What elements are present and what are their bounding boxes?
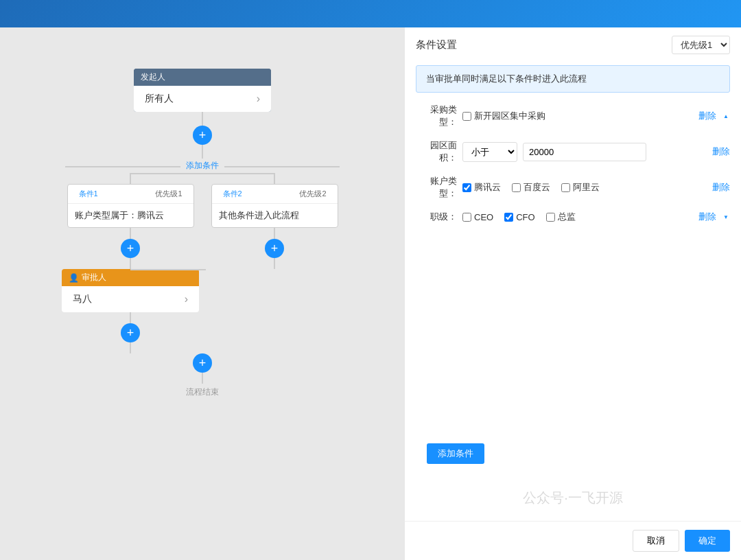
- cfo-label[interactable]: CFO: [504, 212, 534, 222]
- reviewer-name: 马八: [73, 293, 92, 305]
- rank-controls: CEO CFO 总监: [462, 211, 693, 223]
- right-header: 条件设置 优先级1 优先级2 优先级3: [405, 27, 741, 60]
- initiator-header: 发起人: [134, 69, 271, 86]
- condition-row-area: 园区面积： 小于 大于 等于 删除: [416, 139, 730, 164]
- ali-cloud-checkbox[interactable]: [561, 183, 570, 192]
- left-branch: 条件1 优先级1 账户类型属于：腾讯云 +: [58, 173, 202, 269]
- cond1-content: 账户类型属于：腾讯云: [68, 203, 193, 227]
- workflow-canvas: 发起人 所有人 › + 添加条件: [0, 27, 405, 560]
- condition-node-2[interactable]: 条件2 优先级2 其他条件进入此流程: [211, 184, 338, 228]
- add-btn-1[interactable]: +: [193, 126, 212, 145]
- v-conn-end: [130, 342, 131, 353]
- add-btn-cond1[interactable]: +: [121, 239, 140, 258]
- rank-label: 职级：: [416, 211, 457, 223]
- ceo-label[interactable]: CEO: [462, 212, 493, 222]
- add-btn-after-reviewer[interactable]: +: [121, 323, 140, 342]
- condition-row-account-type: 账户类型： 腾讯云 百度云 阿里云 删除: [416, 175, 730, 200]
- tencent-cloud-text: 腾讯云: [474, 181, 501, 194]
- cfo-checkbox[interactable]: [504, 213, 513, 222]
- add-condition-button[interactable]: 添加条件: [427, 443, 484, 464]
- reviewer-header: 👤 审批人: [62, 269, 199, 286]
- h-connector-top: [130, 173, 274, 174]
- conditions-list: 采购类型： 新开园区集中采购 删除 ▲ 园区面积： 小于: [405, 98, 741, 432]
- ali-cloud-text: 阿里云: [573, 181, 600, 194]
- baidu-cloud-checkbox[interactable]: [512, 183, 521, 192]
- purchase-type-label: 采购类型：: [416, 104, 457, 128]
- director-label[interactable]: 总监: [546, 211, 576, 223]
- priority-select[interactable]: 优先级1 优先级2 优先级3: [672, 36, 730, 54]
- cond1-priority: 优先级1: [150, 187, 187, 201]
- cancel-button[interactable]: 取消: [633, 530, 679, 552]
- v-conn-left-bot: [130, 258, 131, 269]
- right-title: 条件设置: [416, 38, 457, 51]
- v-conn-reviewer: [130, 312, 131, 323]
- account-type-controls: 腾讯云 百度云 阿里云: [462, 181, 707, 194]
- workflow-panel: 发起人 所有人 › + 添加条件: [0, 27, 405, 560]
- purchase-type-controls: 新开园区集中采购: [462, 110, 693, 122]
- add-condition-text[interactable]: 添加条件: [180, 159, 224, 173]
- process-end-label: 流程结束: [186, 386, 219, 398]
- condition-hint: 当审批单同时满足以下条件时进入此流程: [416, 65, 730, 93]
- area-input[interactable]: [523, 143, 646, 161]
- branches-area: 条件1 优先级1 账户类型属于：腾讯云 + 条件2: [58, 173, 346, 269]
- right-branch: 条件2 优先级2 其他条件进入此流程 +: [202, 173, 346, 269]
- scroll-arrows-4: ▼: [722, 213, 730, 221]
- cond2-content: 其他条件进入此流程: [212, 203, 338, 227]
- v-conn-left-top: [130, 173, 131, 184]
- initiator-node[interactable]: 发起人 所有人 ›: [134, 69, 271, 112]
- cond2-tag: 条件2: [217, 187, 248, 201]
- v-conn-right-mid: [274, 228, 275, 239]
- area-select[interactable]: 小于 大于 等于: [462, 142, 517, 162]
- initiator-label: 所有人: [145, 93, 174, 105]
- connector-1: [202, 112, 203, 126]
- condition-row-rank: 职级： CEO CFO 总监 删除: [416, 211, 730, 223]
- baidu-cloud-label[interactable]: 百度云: [512, 181, 550, 194]
- add-condition-area: 添加条件: [65, 159, 340, 173]
- delete-purchase-type[interactable]: 删除: [698, 110, 716, 122]
- account-type-label: 账户类型：: [416, 175, 457, 200]
- main-container: 发起人 所有人 › + 添加条件: [0, 27, 741, 560]
- baidu-cloud-text: 百度云: [524, 181, 550, 194]
- reviewer-arrow: ›: [185, 293, 188, 305]
- h-connector-bottom: [130, 269, 206, 270]
- purchase-type-checkbox-label[interactable]: 新开园区集中采购: [462, 110, 545, 122]
- purchase-type-checkbox[interactable]: [462, 112, 471, 121]
- purchase-type-checkbox-text: 新开园区集中采购: [474, 110, 545, 122]
- ali-cloud-label[interactable]: 阿里云: [561, 181, 600, 194]
- reviewer-body[interactable]: 马八 ›: [62, 286, 199, 312]
- scroll-up-1[interactable]: ▲: [722, 112, 730, 120]
- top-bar: [0, 0, 741, 27]
- delete-area[interactable]: 删除: [712, 145, 730, 158]
- v-conn-right-top: [274, 173, 275, 184]
- reviewer-icon: 👤: [69, 273, 79, 283]
- initiator-body[interactable]: 所有人 ›: [134, 86, 271, 112]
- connector-2: [202, 145, 203, 159]
- scroll-down-4[interactable]: ▼: [722, 213, 730, 221]
- reviewer-node[interactable]: 👤 审批人 马八 ›: [62, 269, 199, 312]
- confirm-button[interactable]: 确定: [685, 530, 730, 552]
- cond1-tag: 条件1: [73, 187, 104, 201]
- condition-row-purchase-type: 采购类型： 新开园区集中采购 删除 ▲: [416, 104, 730, 128]
- condition-node-1[interactable]: 条件1 优先级1 账户类型属于：腾讯云: [67, 184, 194, 228]
- watermark: 公众号·一飞开源: [405, 475, 741, 521]
- initiator-arrow: ›: [257, 93, 260, 105]
- right-footer: 取消 确定: [405, 521, 741, 560]
- tencent-cloud-label[interactable]: 腾讯云: [462, 181, 501, 194]
- add-btn-end[interactable]: +: [193, 353, 212, 373]
- cond2-priority: 优先级2: [294, 187, 331, 201]
- delete-rank[interactable]: 删除: [698, 211, 716, 223]
- director-checkbox[interactable]: [546, 213, 555, 222]
- add-btn-cond2[interactable]: +: [265, 239, 284, 258]
- scroll-arrows-1: ▲: [722, 112, 730, 120]
- ceo-checkbox[interactable]: [462, 213, 471, 222]
- tencent-cloud-checkbox[interactable]: [462, 183, 471, 192]
- area-label: 园区面积：: [416, 139, 457, 164]
- director-text: 总监: [558, 211, 576, 223]
- cfo-text: CFO: [516, 212, 534, 222]
- branches-bottom: 👤 审批人 马八 › +: [58, 269, 346, 353]
- ceo-text: CEO: [474, 212, 493, 222]
- delete-account-type[interactable]: 删除: [712, 181, 730, 194]
- v-conn-left-mid: [130, 228, 131, 239]
- right-panel: 条件设置 优先级1 优先级2 优先级3 当审批单同时满足以下条件时进入此流程 采…: [405, 27, 741, 560]
- area-controls: 小于 大于 等于: [462, 142, 707, 162]
